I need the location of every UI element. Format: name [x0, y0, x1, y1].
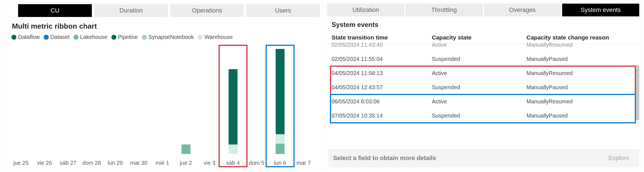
x-tick: mar 7: [292, 160, 315, 166]
bar-segment-lakehouse: [276, 144, 285, 154]
cell-reason: ManuallyResumed: [527, 70, 636, 76]
bar-stack[interactable]: [182, 45, 190, 154]
legend-swatch-icon: [198, 35, 203, 40]
tab-throttling[interactable]: Throttling: [405, 4, 483, 16]
right-panel: UtilizationThrottlingOveragesSystem even…: [326, 2, 642, 170]
legend-swatch-icon: [44, 35, 49, 40]
bar-slot: [80, 45, 104, 154]
footer-bar: Select a field to obtain more details Ex…: [328, 149, 639, 167]
x-axis: jue 25vie 26sáb 27dom 28lun 29mar 30mié …: [9, 160, 315, 166]
tab-utilization[interactable]: Utilization: [327, 4, 404, 16]
cell-state: Suspended: [432, 113, 527, 119]
legend-swatch-icon: [111, 35, 116, 40]
legend-label: SynapseNotebook: [148, 34, 194, 40]
legend-item-synapsenotebook[interactable]: SynapseNotebook: [142, 34, 194, 40]
bar-stack[interactable]: [276, 45, 285, 154]
legend-swatch-icon: [74, 35, 79, 40]
x-tick: sáb 4: [221, 160, 245, 166]
table-row[interactable]: 02/05/2024 11:43:40ActiveManuallyResumed: [328, 38, 639, 52]
system-events-title: System events: [326, 16, 641, 31]
cell-time: 02/05/2024 11:43:40: [332, 42, 432, 48]
bar-stack[interactable]: [299, 45, 308, 154]
x-tick: jue 2: [174, 160, 198, 166]
x-tick: jue 25: [9, 160, 33, 166]
x-tick: mié 1: [151, 160, 174, 166]
bar-slot: [268, 45, 292, 154]
legend-item-warehouse[interactable]: Warehouse: [198, 34, 233, 40]
bar-stack[interactable]: [205, 45, 214, 154]
tab-overages[interactable]: Overages: [484, 4, 561, 16]
bars-area: [9, 45, 315, 154]
x-tick: lun 6: [268, 160, 292, 166]
x-tick: mar 30: [127, 160, 151, 166]
bar-stack[interactable]: [87, 45, 96, 154]
cell-state: Active: [432, 98, 527, 105]
footer-hint: Select a field to obtain more details: [333, 154, 603, 162]
scrollbar-thumb[interactable]: [636, 65, 639, 120]
bar-slot: [9, 45, 33, 154]
legend-label: Dataset: [50, 34, 70, 40]
bar-slot: [103, 45, 127, 154]
cell-state: Suspended: [432, 84, 527, 91]
cell-reason: ManuallyPaused: [527, 113, 636, 119]
table-row[interactable]: 04/05/2024 11:58:13ActiveManuallyResumed: [328, 66, 639, 80]
cell-reason: ManuallyResumed: [527, 42, 636, 48]
cell-time: 04/05/2024 12:43:57: [332, 84, 432, 91]
legend-item-pipeline[interactable]: Pipeline: [111, 34, 138, 40]
tab-cu[interactable]: CU: [18, 4, 92, 17]
bar-stack[interactable]: [252, 45, 261, 154]
tab-operations[interactable]: Operations: [170, 4, 244, 17]
table-row[interactable]: 07/05/2024 10:35:14SuspendedManuallyPaus…: [328, 109, 639, 123]
legend-swatch-icon: [142, 35, 147, 40]
x-tick: dom 5: [245, 160, 268, 166]
bar-stack[interactable]: [64, 45, 73, 154]
legend-label: Dataflow: [18, 34, 40, 40]
tab-system-events[interactable]: System events: [562, 4, 639, 16]
cell-time: 02/05/2024 11:55:04: [332, 56, 432, 62]
chart-title: Multi metric ribbon chart: [3, 17, 322, 34]
bar-segment-dataflow: [276, 49, 285, 134]
bar-slot: [221, 45, 245, 154]
bar-stack[interactable]: [40, 45, 49, 154]
bar-slot: [33, 45, 57, 154]
table-row[interactable]: 06/05/2024 6:03:06ActiveManuallyResumed: [328, 94, 639, 109]
legend: DataflowDatasetLakehousePipelineSynapseN…: [3, 34, 322, 42]
table-row[interactable]: 04/05/2024 12:43:57SuspendedManuallyPaus…: [328, 80, 639, 94]
bar-stack[interactable]: [229, 45, 237, 154]
bar-segment-warehouse: [229, 144, 237, 154]
cell-state: Active: [432, 70, 527, 76]
cell-time: 04/05/2024 11:58:13: [332, 70, 432, 76]
bar-slot: [198, 45, 221, 154]
cell-state: Active: [432, 42, 527, 48]
bar-stack[interactable]: [16, 45, 25, 154]
bar-slot: [245, 45, 268, 154]
cell-reason: ManuallyPaused: [527, 56, 636, 62]
x-tick: lun 29: [103, 160, 127, 166]
left-tabs: CUDurationOperationsUsers: [3, 3, 322, 17]
legend-label: Warehouse: [204, 34, 233, 40]
x-tick: vie 3: [198, 160, 221, 166]
table-row[interactable]: 02/05/2024 11:55:04SuspendedManuallyPaus…: [328, 52, 639, 66]
left-panel: CUDurationOperationsUsers Multi metric r…: [2, 2, 322, 170]
legend-item-dataset[interactable]: Dataset: [44, 34, 70, 40]
bar-stack[interactable]: [134, 45, 143, 154]
right-tabs: UtilizationThrottlingOveragesSystem even…: [326, 3, 641, 16]
cell-time: 07/05/2024 10:35:14: [332, 113, 432, 119]
legend-label: Pipeline: [118, 34, 138, 40]
events-table: State transition time Capacity state Cap…: [328, 31, 639, 147]
legend-item-dataflow[interactable]: Dataflow: [11, 34, 40, 40]
cell-state: Suspended: [432, 56, 527, 62]
bar-slot: [151, 45, 174, 154]
bar-stack[interactable]: [111, 45, 120, 154]
x-tick: vie 26: [33, 160, 57, 166]
x-tick: dom 28: [80, 160, 104, 166]
bar-slot: [56, 45, 80, 154]
tab-users[interactable]: Users: [246, 4, 320, 17]
cell-reason: ManuallyResumed: [527, 98, 636, 105]
cell-time: 06/05/2024 6:03:06: [332, 98, 432, 105]
bar-stack[interactable]: [158, 45, 167, 154]
bar-slot: [174, 45, 198, 154]
explore-button[interactable]: Explore: [603, 153, 634, 163]
legend-item-lakehouse[interactable]: Lakehouse: [74, 34, 107, 40]
tab-duration[interactable]: Duration: [94, 4, 168, 17]
